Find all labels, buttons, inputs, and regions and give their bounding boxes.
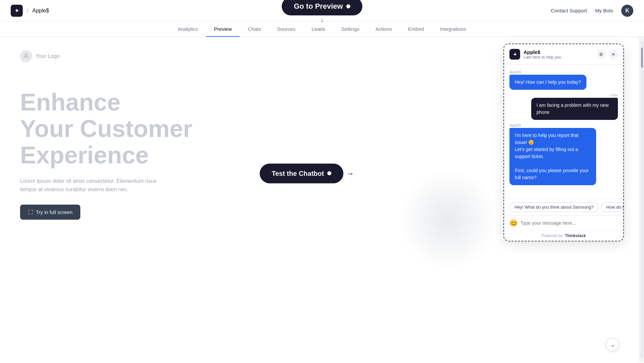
message-row-bot-1: Apple$ Hey! How can I help you today?	[509, 70, 618, 90]
my-bots-link[interactable]: My Bots	[595, 8, 613, 13]
hero-title-line1: Enhance	[20, 89, 120, 116]
test-chatbot-label: Test the Chatbot	[272, 169, 324, 177]
scrollbar-thumb[interactable]	[641, 48, 643, 68]
header-right-actions: Contact Support My Bots K	[551, 5, 633, 17]
go-to-preview-label: Go to Preview	[294, 2, 343, 11]
scrollbar-track	[641, 41, 643, 358]
bot-label-2: Apple$	[509, 123, 618, 127]
test-chatbot-dot	[327, 171, 331, 175]
chat-header: ✦ Apple$ I am here to help you ⚙ ✕	[504, 44, 623, 65]
chat-bot-status: I am here to help you	[524, 55, 596, 60]
user-message: I am facing a problem with my new phone	[531, 98, 618, 120]
hero-title-line3: Experience	[20, 142, 149, 168]
bot-message-1: Hey! How can I help you today?	[509, 75, 586, 90]
try-fullscreen-button[interactable]: ⛶ Try in full screen	[20, 205, 80, 220]
hero-subtitle: Lorem ipsum dolor sit amet consectetur. …	[20, 177, 161, 194]
user-label: User	[610, 93, 618, 97]
hero-title-line2: Your Customer	[20, 115, 192, 142]
go-to-preview-area: Go to Preview ↓	[282, 0, 363, 24]
user-avatar[interactable]: K	[621, 5, 633, 17]
contact-support-link[interactable]: Contact Support	[551, 8, 587, 13]
go-to-preview-dot	[346, 4, 350, 8]
chat-header-actions: ⚙ ✕	[596, 50, 618, 59]
tab-preview[interactable]: Preview	[206, 21, 240, 37]
app-logo-icon: ✦	[11, 5, 23, 17]
tab-leads[interactable]: Leads	[304, 21, 333, 37]
chat-bot-logo: ✦	[509, 49, 520, 60]
test-chatbot-button[interactable]: Test the Chatbot	[260, 163, 343, 183]
message-row-user: User I am facing a problem with my new p…	[509, 93, 618, 120]
tab-navigation: Analytics Preview Chats Sources Leads Se…	[0, 21, 644, 37]
tab-analytics[interactable]: Analytics	[170, 21, 206, 37]
chat-messages: Apple$ Hey! How can I help you today? Us…	[504, 65, 623, 199]
tab-chats[interactable]: Chats	[240, 21, 269, 37]
chat-text-input[interactable]	[520, 220, 618, 226]
try-fullscreen-label: Try in full screen	[36, 209, 72, 215]
svg-point-0	[25, 54, 27, 56]
scrollbar[interactable]	[639, 37, 644, 362]
tab-embed[interactable]: Embed	[400, 21, 432, 37]
chat-input-area: 😊	[504, 215, 623, 230]
main-content: Your Logo Enhance Your Customer Experien…	[0, 37, 644, 362]
chat-close-icon[interactable]: ✕	[609, 50, 618, 59]
chatbot-widget: ✦ Apple$ I am here to help you ⚙ ✕ Apple…	[503, 44, 624, 241]
tab-integrations[interactable]: Integrations	[432, 21, 474, 37]
scroll-down-button[interactable]: ⌄	[606, 338, 619, 351]
message-row-bot-2: Apple$ I'm here to help you report that …	[509, 123, 618, 185]
breadcrumb-separator: /	[27, 8, 28, 14]
your-logo-icon	[20, 50, 32, 62]
bot-message-2: I'm here to help you report that issue! …	[509, 128, 596, 185]
header: ✦ / Apple$ Go to Preview ↓ Contact Suppo…	[0, 0, 644, 21]
tab-sources[interactable]: Sources	[269, 21, 304, 37]
your-logo-text: Your Logo	[35, 53, 60, 59]
chat-header-info: Apple$ I am here to help you	[524, 49, 596, 60]
quick-replies: Hey! What do you think about Samsung? Ho…	[504, 199, 623, 215]
chat-settings-icon[interactable]: ⚙	[596, 50, 606, 59]
test-chatbot-area: Test the Chatbot →	[260, 163, 354, 183]
powered-by-brand: Thinkstack	[565, 233, 586, 238]
chat-footer: Powered by Thinkstack	[504, 230, 623, 241]
chat-bot-name: Apple$	[524, 49, 596, 55]
arrow-right-icon: →	[346, 169, 354, 178]
powered-by-label: Powered by	[542, 233, 563, 238]
quick-reply-samsung[interactable]: Hey! What do you think about Samsung?	[509, 202, 598, 212]
fullscreen-icon: ⛶	[28, 209, 33, 215]
go-to-preview-button[interactable]: Go to Preview	[282, 0, 363, 15]
emoji-picker-icon[interactable]: 😊	[509, 219, 518, 227]
tab-actions[interactable]: Actions	[368, 21, 400, 37]
tab-settings[interactable]: Settings	[333, 21, 368, 37]
breadcrumb-app-name: Apple$	[32, 8, 49, 14]
bot-label-1: Apple$	[509, 70, 618, 74]
logo-area: ✦ / Apple$	[11, 5, 49, 17]
quick-reply-register[interactable]: How do I reg...	[601, 202, 623, 212]
